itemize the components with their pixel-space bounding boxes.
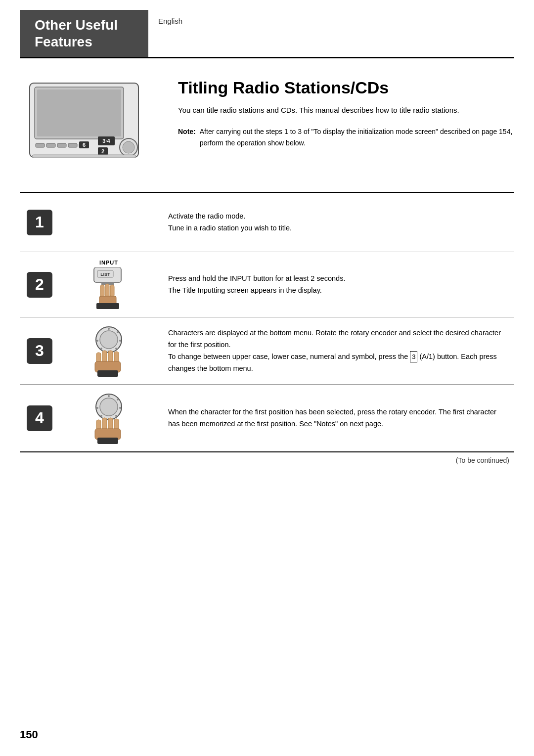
- step-row-1: 1 Activate the radio mode.Tune in a radi…: [20, 193, 514, 252]
- svg-point-27: [100, 331, 118, 349]
- svg-rect-2: [37, 89, 121, 136]
- continued-text: (To be continued): [20, 456, 514, 464]
- step-number-badge-3: 3: [27, 338, 52, 364]
- step-icon-cell-3: [59, 317, 158, 384]
- step-number-badge-1: 1: [27, 210, 52, 235]
- step-number-cell-4: 4: [20, 385, 59, 451]
- svg-point-31: [115, 348, 117, 350]
- svg-rect-3: [36, 143, 44, 147]
- svg-rect-21: [100, 285, 104, 297]
- step-number-cell-3: 3: [20, 317, 59, 384]
- step-text-cell-1: Activate the radio mode.Tune in a radio …: [158, 193, 514, 252]
- step-text-cell-4: When the character for the first positio…: [158, 385, 514, 451]
- step-2-text: Press and hold the INPUT button for at l…: [168, 273, 345, 297]
- step-number-badge-4: 4: [27, 405, 52, 431]
- svg-point-42: [100, 398, 118, 416]
- svg-rect-5: [57, 143, 66, 147]
- step-row-2: 2 INPUT LIST: [20, 252, 514, 317]
- svg-point-46: [115, 415, 117, 417]
- rotary-encoder-svg-3: [87, 325, 131, 377]
- device-illustration: 3·4 6 2: [20, 73, 158, 177]
- step-number-badge-2: 2: [27, 272, 52, 298]
- svg-rect-6: [68, 143, 77, 147]
- step-icon-cell-1: [59, 193, 158, 252]
- input-list-button-illustration: INPUT LIST: [91, 260, 126, 310]
- svg-rect-40: [97, 370, 118, 377]
- step-1-text: Activate the radio mode.Tune in a radio …: [168, 211, 292, 234]
- svg-rect-4: [46, 143, 55, 147]
- svg-text:3·4: 3·4: [102, 138, 110, 144]
- header-language: English: [148, 10, 192, 57]
- svg-point-15: [123, 141, 134, 153]
- svg-point-45: [119, 407, 121, 409]
- title-section: Titling Radio Stations/CDs You can title…: [178, 73, 514, 148]
- step-4-text: When the character for the first positio…: [168, 406, 509, 430]
- step-number-cell-2: 2: [20, 252, 59, 317]
- svg-rect-55: [97, 438, 118, 444]
- svg-text:2: 2: [101, 148, 104, 154]
- input-button-svg: LIST: [91, 267, 126, 310]
- header-title-line1: Other Useful: [35, 17, 134, 34]
- step-number-cell-1: 1: [20, 193, 59, 252]
- step-icon-cell-2: INPUT LIST: [59, 252, 158, 317]
- input-label: INPUT: [99, 260, 118, 266]
- svg-text:LIST: LIST: [100, 272, 110, 277]
- svg-point-44: [117, 399, 119, 400]
- svg-rect-25: [96, 303, 119, 309]
- step-row-3: 3: [20, 317, 514, 385]
- top-section: 3·4 6 2 Titling Radio Stations/CDs You c…: [20, 73, 514, 177]
- page-description: You can title radio stations and CDs. Th…: [178, 104, 514, 116]
- svg-text:6: 6: [83, 142, 86, 148]
- svg-point-33: [100, 348, 102, 350]
- svg-rect-16: [32, 155, 136, 158]
- steps-table: 1 Activate the radio mode.Tune in a radi…: [20, 192, 514, 452]
- device-svg: 3·4 6 2: [25, 78, 153, 172]
- svg-point-29: [117, 331, 119, 333]
- step-icon-cell-4: [59, 385, 158, 451]
- step-text-cell-3: Characters are displayed at the bottom m…: [158, 317, 514, 384]
- note-label: Note:: [178, 126, 196, 148]
- header-title-block: Other Useful Features: [20, 10, 148, 57]
- rotary-encoder-svg-4: [87, 392, 131, 444]
- page-header: Other Useful Features English: [20, 0, 514, 58]
- svg-rect-23: [110, 285, 114, 297]
- svg-point-43: [108, 395, 110, 397]
- note-text: After carrying out the steps 1 to 3 of "…: [200, 126, 514, 148]
- svg-point-34: [96, 340, 98, 342]
- svg-point-28: [108, 328, 110, 330]
- step-row-4: 4: [20, 385, 514, 452]
- svg-point-30: [119, 340, 121, 342]
- step-3-text: Characters are displayed at the bottom m…: [168, 327, 509, 375]
- page-number: 150: [20, 728, 38, 741]
- svg-point-49: [96, 407, 98, 409]
- header-title-line2: Features: [35, 34, 134, 50]
- svg-point-48: [100, 415, 102, 417]
- note-block: Note: After carrying out the steps 1 to …: [178, 126, 514, 148]
- page-title: Titling Radio Stations/CDs: [178, 78, 514, 97]
- main-content: 3·4 6 2 Titling Radio Stations/CDs You c…: [20, 58, 514, 464]
- step-text-cell-2: Press and hold the INPUT button for at l…: [158, 252, 514, 317]
